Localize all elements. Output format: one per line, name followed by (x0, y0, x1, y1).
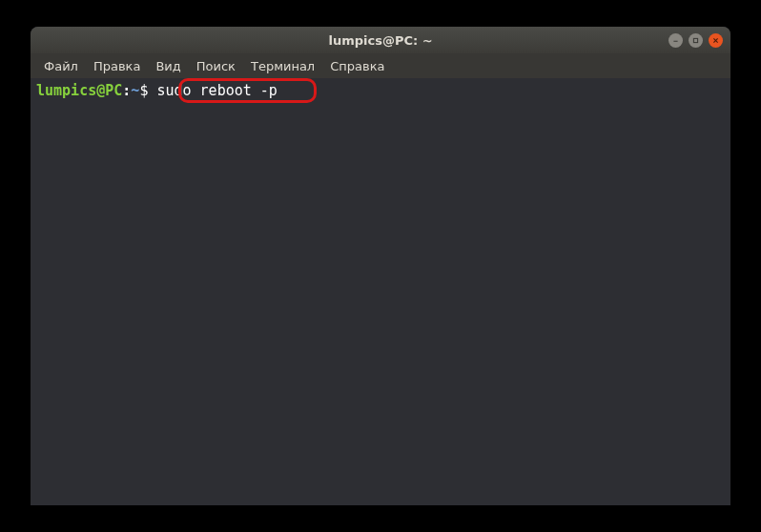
titlebar[interactable]: lumpics@PC: ~ (31, 27, 730, 53)
prompt-line: lumpics@PC:~$ sudo reboot -p (36, 82, 725, 101)
prompt-symbol: $ (139, 82, 148, 101)
menu-view[interactable]: Вид (148, 56, 188, 76)
prompt-user: lumpics@PC (36, 82, 122, 101)
svg-rect-1 (693, 38, 697, 42)
menu-file[interactable]: Файл (36, 56, 86, 76)
window-controls (668, 33, 723, 48)
terminal-area[interactable]: lumpics@PC:~$ sudo reboot -p (31, 78, 730, 505)
maximize-button[interactable] (689, 33, 703, 48)
menubar: Файл Правка Вид Поиск Терминал Справка (31, 53, 730, 78)
menu-edit[interactable]: Правка (86, 56, 148, 76)
terminal-window: lumpics@PC: ~ Файл Правка Вид Поиск Терм… (31, 27, 730, 505)
menu-help[interactable]: Справка (322, 56, 392, 76)
command-text: sudo reboot -p (148, 82, 277, 101)
minimize-button[interactable] (668, 33, 683, 48)
prompt-colon: : (122, 82, 131, 101)
prompt-path: ~ (131, 82, 139, 101)
menu-search[interactable]: Поиск (189, 56, 243, 76)
menu-terminal[interactable]: Терминал (243, 56, 322, 76)
window-title: lumpics@PC: ~ (328, 33, 432, 48)
command-value: sudo reboot -p (156, 82, 277, 99)
close-button[interactable] (709, 33, 723, 48)
